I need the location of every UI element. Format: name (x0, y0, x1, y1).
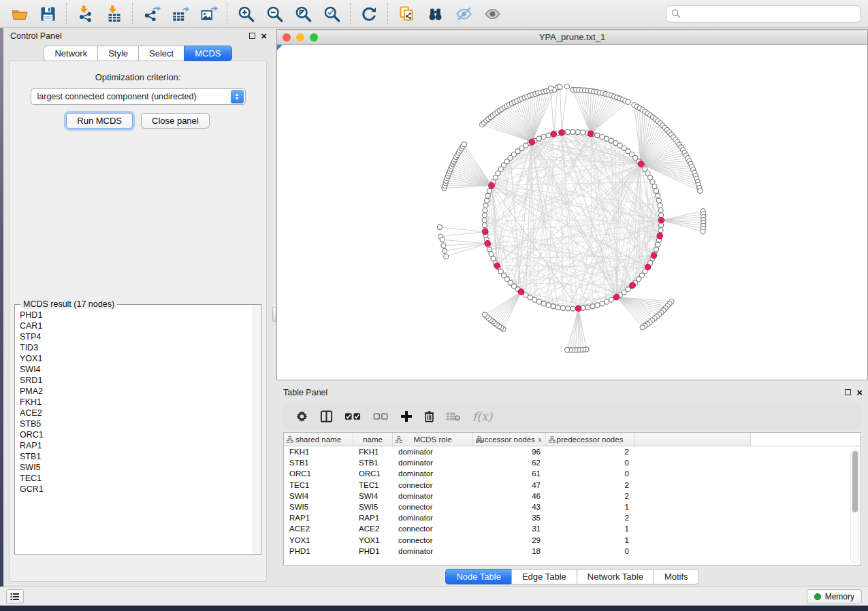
table-cell[interactable]: ORC1 (353, 468, 393, 479)
memory-button[interactable]: Memory (807, 589, 862, 604)
table-cell[interactable]: 2 (546, 480, 634, 491)
mcds-result-item[interactable]: SRD1 (20, 375, 252, 386)
tab-motifs[interactable]: Motifs (654, 569, 699, 584)
table-row[interactable]: SWI5SWI5connector431 (284, 501, 861, 512)
table-cell[interactable]: connector (393, 523, 473, 534)
table-cell[interactable]: connector (393, 480, 473, 491)
zoom-in-button[interactable] (234, 3, 258, 24)
import-network-button[interactable] (73, 3, 97, 24)
table-scrollbar-thumb[interactable] (852, 451, 858, 512)
table-cell[interactable]: 62 (473, 457, 546, 468)
table-cell[interactable]: ORC1 (284, 468, 353, 479)
network-window-titlebar[interactable]: YPA_prune.txt_1 (277, 30, 867, 45)
export-table-button[interactable] (167, 3, 192, 24)
tab-style[interactable]: Style (97, 46, 138, 61)
table-cell[interactable]: 2 (546, 491, 634, 501)
run-mcds-button[interactable]: Run MCDS (66, 113, 133, 129)
table-row[interactable]: ORC1ORC1dominator610 (284, 468, 861, 479)
table-cell[interactable]: STB1 (353, 457, 393, 468)
table-row[interactable]: FKH1FKH1dominator962 (284, 446, 861, 457)
table-select-all-button[interactable] (344, 408, 361, 425)
table-cell[interactable]: TEC1 (353, 480, 393, 491)
table-cell[interactable]: 43 (473, 501, 546, 512)
export-image-button[interactable] (196, 3, 221, 24)
network-graph[interactable] (277, 45, 867, 379)
search-box[interactable] (666, 5, 861, 22)
table-cell[interactable]: dominator (393, 512, 473, 523)
criterion-dropdown[interactable]: largest connected component (undirected)… (31, 88, 246, 105)
table-cell[interactable]: PHD1 (284, 546, 353, 557)
table-add-button[interactable] (400, 408, 413, 425)
table-cell[interactable]: YOX1 (284, 535, 353, 546)
table-cell[interactable]: connector (393, 535, 473, 546)
table-cell[interactable]: 1 (546, 523, 634, 534)
close-panel-button[interactable]: Close panel (141, 113, 210, 129)
mcds-result-item[interactable]: FKH1 (20, 397, 252, 408)
table-cell[interactable]: 46 (473, 491, 546, 501)
table-cell[interactable]: PHD1 (353, 546, 393, 557)
table-gear-button[interactable] (295, 408, 308, 425)
tab-network[interactable]: Network (44, 46, 97, 61)
float-window-icon[interactable] (845, 389, 851, 395)
column-header-empty[interactable] (634, 433, 751, 446)
binoculars-button[interactable] (423, 3, 447, 24)
table-cell[interactable]: SWI4 (353, 491, 393, 501)
table-cell[interactable]: 0 (546, 546, 634, 557)
table-cell[interactable]: SWI4 (284, 491, 353, 501)
mcds-result-item[interactable]: STB5 (20, 418, 252, 429)
mcds-result-item[interactable]: GCR1 (20, 484, 252, 495)
mcds-result-item[interactable]: STB1 (20, 451, 252, 462)
close-traffic-light-icon[interactable] (283, 33, 291, 42)
task-history-button[interactable] (6, 589, 24, 604)
tab-edge-table[interactable]: Edge Table (511, 569, 577, 584)
table-cell[interactable]: 0 (546, 468, 634, 479)
table-cell[interactable]: STB1 (284, 457, 353, 468)
mcds-result-item[interactable]: SWI5 (20, 462, 252, 473)
mcds-result-item[interactable]: TID3 (20, 342, 252, 353)
table-cell[interactable]: 96 (473, 446, 546, 457)
mcds-result-item[interactable]: CAR1 (20, 320, 252, 331)
table-cell[interactable]: 1 (546, 535, 634, 546)
table-cell[interactable]: dominator (393, 446, 473, 457)
network-share-button[interactable] (394, 3, 419, 24)
table-cell[interactable]: TEC1 (284, 480, 353, 491)
export-network-button[interactable] (139, 3, 163, 24)
table-cell[interactable]: dominator (393, 468, 473, 479)
save-button[interactable] (35, 3, 60, 24)
mcds-result-item[interactable]: YOX1 (20, 353, 252, 364)
column-header-predecessor-nodes[interactable]: predecessor nodes (546, 433, 634, 446)
table-scrollbar[interactable] (850, 449, 859, 563)
table-cell[interactable]: RAP1 (353, 512, 393, 523)
table-cell[interactable]: 18 (473, 546, 546, 557)
zoom-fit-button[interactable] (291, 3, 315, 24)
close-window-icon[interactable]: × (261, 33, 267, 39)
table-cell[interactable]: 47 (473, 480, 546, 491)
table-columns-button[interactable] (320, 408, 333, 425)
column-header-name[interactable]: name (353, 433, 393, 446)
column-header-shared-name[interactable]: shared name (284, 433, 353, 446)
table-cell[interactable]: RAP1 (284, 512, 353, 523)
mcds-result-list[interactable]: PHD1CAR1STP4TID3YOX1SWI4SRD1PMA2FKH1ACE2… (15, 305, 252, 554)
tab-node-table[interactable]: Node Table (445, 569, 511, 584)
mcds-result-item[interactable]: ACE2 (20, 408, 252, 418)
tab-network-table[interactable]: Network Table (577, 569, 654, 584)
search-input[interactable] (684, 7, 861, 20)
table-unselect-all-button[interactable] (373, 408, 389, 425)
table-cell[interactable]: YOX1 (353, 535, 393, 546)
table-delete-button[interactable] (424, 408, 434, 425)
close-window-icon[interactable]: × (856, 389, 863, 395)
tab-select[interactable]: Select (138, 46, 184, 61)
mcds-result-item[interactable]: TEC1 (20, 473, 252, 484)
maximize-traffic-light-icon[interactable] (310, 33, 318, 42)
import-table-button[interactable] (101, 3, 126, 24)
mcds-result-item[interactable]: RAP1 (20, 440, 252, 451)
column-header-MCDS-role[interactable]: MCDS role (393, 433, 473, 446)
refresh-button[interactable] (357, 3, 381, 24)
hide-unselected-button[interactable] (451, 3, 476, 24)
float-window-icon[interactable] (249, 33, 255, 39)
mcds-result-item[interactable]: PHD1 (20, 310, 252, 320)
table-cell[interactable]: connector (393, 501, 473, 512)
table-row[interactable]: ACE2ACE2connector311 (284, 523, 861, 534)
open-folder-button[interactable] (7, 3, 31, 24)
table-row[interactable]: PHD1PHD1dominator180 (284, 546, 861, 557)
